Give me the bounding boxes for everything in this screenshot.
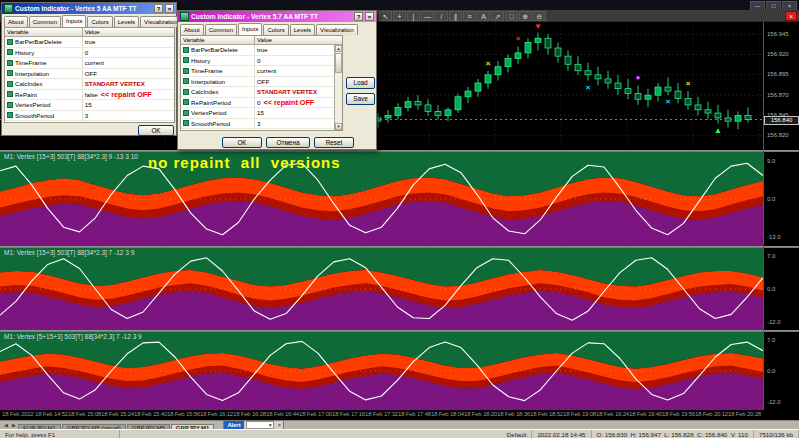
alert-dropdown[interactable]: ▼: [246, 421, 274, 429]
param-row-repaintperiod[interactable]: RePaintPeriod0<< repaint OFF: [181, 98, 342, 109]
column-header-value[interactable]: Value: [255, 36, 342, 45]
arrow-object-icon[interactable]: ↗: [491, 11, 504, 21]
trendline-icon[interactable]: /: [435, 11, 448, 21]
param-value[interactable]: 3: [85, 112, 88, 119]
indicator-icon: [180, 12, 189, 21]
time-tick: 18 Feb 19:24: [596, 411, 629, 417]
tab-levels[interactable]: Levels: [114, 16, 139, 27]
param-name: RePaint: [15, 91, 37, 98]
scroll-up-icon[interactable]: ▲: [335, 45, 342, 52]
scrollbar-thumb[interactable]: [335, 53, 342, 73]
param-row-calcindex[interactable]: CalcIndexSTANDART VERTEX: [5, 79, 174, 90]
scroll-left-icon[interactable]: ◀: [2, 422, 10, 428]
tab-visualization[interactable]: Visualization: [316, 24, 358, 35]
tab-inputs[interactable]: Inputs: [62, 15, 86, 27]
tab-inputs[interactable]: Inputs: [238, 23, 262, 35]
tab-about[interactable]: About: [4, 16, 28, 27]
profile-indicator[interactable]: Default: [502, 430, 533, 438]
param-row-vertexperiod[interactable]: VertexPeriod15: [181, 108, 342, 119]
zoom-out-icon[interactable]: ⊖: [533, 11, 546, 21]
param-row-vertexperiod[interactable]: VertexPeriod15: [5, 100, 174, 111]
candle: [575, 64, 581, 71]
scale-border: [763, 22, 764, 410]
alert-close-icon[interactable]: ×: [276, 422, 283, 428]
vertical-line-icon[interactable]: |: [407, 11, 420, 21]
help-button[interactable]: ?: [154, 4, 163, 13]
ok-button[interactable]: OK: [138, 125, 174, 136]
param-row-interpolation[interactable]: InterpolationOFF: [181, 77, 342, 88]
param-value[interactable]: STANDART VERTEX: [85, 80, 145, 87]
time-tick: 18 Feb 18:36: [497, 411, 530, 417]
dialog-titlebar[interactable]: Custom Indicator - Vertex 5 AA MTF TT ? …: [2, 3, 176, 14]
text-label-icon[interactable]: A: [477, 11, 490, 21]
dialog-title: Custom Indicator - Vertex 5.7 AA MTF TT: [191, 13, 352, 20]
param-row-timeframe[interactable]: TimeFramecurrent: [181, 66, 342, 77]
param-value[interactable]: 0: [257, 99, 260, 106]
scroll-down-icon[interactable]: ▼: [335, 123, 342, 130]
param-value[interactable]: 15: [85, 101, 92, 108]
shapes-icon[interactable]: □: [505, 11, 518, 21]
tab-common[interactable]: Common: [205, 24, 237, 35]
cursor-icon[interactable]: ↖: [379, 11, 392, 21]
column-header-value[interactable]: Value: [83, 28, 174, 37]
candle: [625, 89, 631, 94]
param-value[interactable]: 0: [85, 49, 88, 56]
close-chart-icon[interactable]: ×: [785, 11, 797, 21]
param-row-calcindex[interactable]: CalcIndexSTANDART VERTEX: [181, 87, 342, 98]
load-button[interactable]: Load: [346, 77, 375, 89]
param-row-smoothperiod[interactable]: SmoothPeriod3: [181, 119, 342, 130]
column-header-variable[interactable]: Variable: [5, 28, 83, 37]
horizontal-line-icon[interactable]: —: [421, 11, 434, 21]
indicator-pane-3[interactable]: M1: Vertex [5+15+3] 503[T] 88[34*2.3] 7 …: [0, 332, 763, 410]
indicator-pane-2[interactable]: M1: Vertex [15+3] 503[T] 88[34*2.3] 7 -1…: [0, 248, 763, 330]
param-row-barperbardelete[interactable]: BarPerBarDeletetrue: [181, 45, 342, 56]
close-button[interactable]: ×: [165, 4, 174, 13]
fibonacci-icon[interactable]: ≡: [463, 11, 476, 21]
indicator-tick: 0.0: [767, 368, 775, 374]
tab-colors[interactable]: Colors: [263, 24, 288, 35]
param-value[interactable]: OFF: [257, 78, 269, 85]
param-row-interpolation[interactable]: InterpolationOFF: [5, 69, 174, 80]
indicator-tick: -12.0: [767, 399, 781, 405]
dialog-titlebar[interactable]: Custom Indicator - Vertex 5.7 AA MTF TT …: [178, 11, 376, 22]
save-button[interactable]: Save: [346, 93, 375, 105]
param-row-smoothmethod[interactable]: SmoothMethodLinear weighted: [181, 129, 342, 130]
tab-about[interactable]: About: [180, 24, 204, 35]
tab-common[interactable]: Common: [29, 16, 61, 27]
column-header-variable[interactable]: Variable: [181, 36, 255, 45]
param-row-timeframe[interactable]: TimeFramecurrent: [5, 58, 174, 69]
param-value[interactable]: true: [85, 38, 96, 45]
channel-icon[interactable]: ∥: [449, 11, 462, 21]
close-button[interactable]: ×: [365, 12, 374, 21]
help-button[interactable]: ?: [354, 12, 363, 21]
tab-visualization[interactable]: Visualization: [140, 16, 182, 27]
param-row-history[interactable]: History0: [5, 48, 174, 59]
param-row-repaint[interactable]: RePaintfalse<< repaint OFF: [5, 90, 174, 101]
indicator-pane-1[interactable]: M1: Vertex [15+3] 503[T] 88[34*2.3] 9 -1…: [0, 152, 763, 246]
tab-colors[interactable]: Colors: [87, 16, 112, 27]
scroll-right-icon[interactable]: ▶: [10, 422, 18, 428]
tab-levels[interactable]: Levels: [290, 24, 315, 35]
param-value[interactable]: 3: [257, 120, 260, 127]
param-value[interactable]: 0: [257, 57, 260, 64]
param-value[interactable]: STANDART VERTEX: [257, 88, 317, 95]
param-name: CalcIndex: [15, 80, 43, 87]
param-value[interactable]: current: [257, 67, 276, 74]
param-row-smoothperiod[interactable]: SmoothPeriod3: [5, 111, 174, 122]
param-value[interactable]: false: [85, 91, 98, 98]
param-row-barperbardelete[interactable]: BarPerBarDeletetrue: [5, 37, 174, 48]
param-value[interactable]: OFF: [85, 70, 97, 77]
ok-button[interactable]: OK: [222, 137, 262, 148]
crosshair-icon[interactable]: +: [393, 11, 406, 21]
param-row-smoothmethod[interactable]: SmoothMethodLinear weighted: [5, 121, 174, 122]
zoom-in-icon[interactable]: ⊕: [519, 11, 532, 21]
param-value[interactable]: 15: [257, 109, 264, 116]
reset-button[interactable]: Reset: [314, 137, 354, 148]
resource-usage: 7510/136 kb: [754, 430, 799, 438]
param-row-history[interactable]: History0: [181, 56, 342, 67]
param-value[interactable]: true: [257, 46, 268, 53]
cancel-button[interactable]: Отмена: [266, 137, 310, 148]
inputs-table: Variable Value BarPerBarDeletetrueHistor…: [4, 27, 175, 123]
table-scrollbar[interactable]: ▲ ▼: [334, 45, 342, 130]
param-value[interactable]: current: [85, 59, 104, 66]
